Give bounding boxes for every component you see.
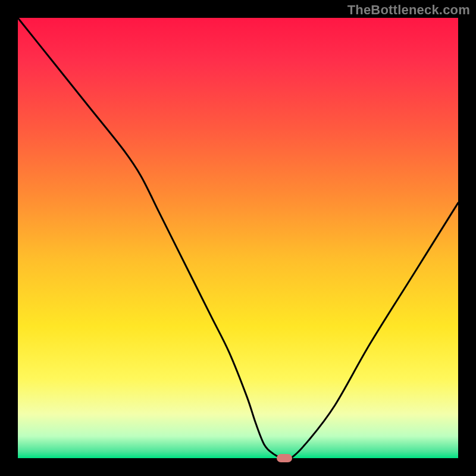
chart-frame: TheBottleneck.com: [0, 0, 476, 476]
optimum-marker: [277, 454, 292, 462]
bottleneck-curve: [18, 18, 458, 458]
plot-area: [18, 18, 458, 458]
watermark-text: TheBottleneck.com: [347, 2, 470, 18]
